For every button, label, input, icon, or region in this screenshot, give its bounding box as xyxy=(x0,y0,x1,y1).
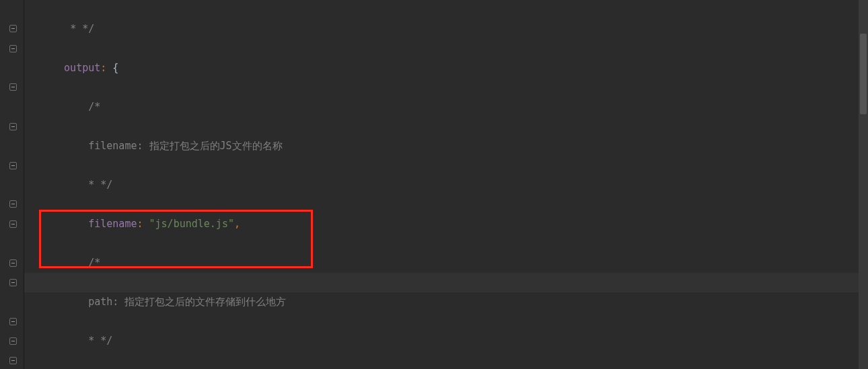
comment-text: path: 指定打包之后的文件存储到什么地方 xyxy=(88,296,286,308)
comment-close: * */ xyxy=(88,179,112,191)
fold-marker-icon[interactable] xyxy=(9,25,17,32)
code-line[interactable]: filename: "js/bundle.js", xyxy=(46,214,868,234)
code-line[interactable]: /* xyxy=(46,253,868,273)
fold-marker-icon[interactable] xyxy=(9,279,17,286)
comma: , xyxy=(234,218,240,230)
fold-marker-icon[interactable] xyxy=(9,45,17,52)
fold-marker-icon[interactable] xyxy=(9,259,17,267)
code-line[interactable]: * */ xyxy=(46,175,868,195)
property-key: output xyxy=(64,62,100,74)
property-key: filename xyxy=(88,218,137,230)
gutter xyxy=(0,0,24,369)
code-line[interactable]: * */ xyxy=(46,19,868,39)
fold-marker-icon[interactable] xyxy=(9,83,17,91)
code-editor[interactable]: * */ output: { /* filename: 指定打包之后的JS文件的… xyxy=(0,0,868,369)
fold-marker-icon[interactable] xyxy=(9,200,17,208)
colon: : xyxy=(137,218,143,230)
colon: : xyxy=(100,62,106,74)
comment-open: /* xyxy=(88,257,100,269)
scrollbar-vertical[interactable] xyxy=(859,0,868,369)
comment-open: /* xyxy=(88,101,100,113)
fold-marker-icon[interactable] xyxy=(9,162,17,169)
code-line[interactable]: output: { xyxy=(46,58,868,78)
code-content[interactable]: * */ output: { /* filename: 指定打包之后的JS文件的… xyxy=(24,0,868,369)
code-line[interactable]: /* xyxy=(46,97,868,117)
fold-marker-icon[interactable] xyxy=(9,337,17,345)
code-line[interactable]: path: 指定打包之后的文件存储到什么地方 xyxy=(46,292,868,312)
comment-close: * */ xyxy=(88,335,112,347)
code-line[interactable]: filename: 指定打包之后的JS文件的名称 xyxy=(46,136,868,156)
fold-marker-icon[interactable] xyxy=(9,318,17,325)
comment-text: filename: 指定打包之后的JS文件的名称 xyxy=(88,140,282,152)
comment-text: * */ xyxy=(70,23,94,35)
code-line[interactable]: * */ xyxy=(46,331,868,351)
string-literal: "js/bundle.js" xyxy=(149,218,234,230)
fold-marker-icon[interactable] xyxy=(9,220,17,228)
brace-open: { xyxy=(112,62,118,74)
scrollbar-thumb[interactable] xyxy=(860,34,867,114)
fold-marker-icon[interactable] xyxy=(9,357,17,364)
fold-marker-icon[interactable] xyxy=(9,123,17,130)
